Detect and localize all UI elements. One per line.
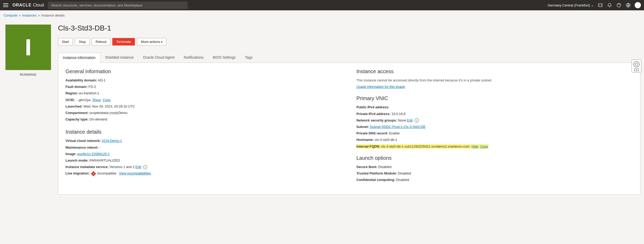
search-input[interactable] [48,2,188,9]
action-row: Start Stop Reboot Terminate More actions [58,38,640,45]
nsg-edit-link[interactable]: Edit [407,118,413,122]
access-note: This instance cannot be accessed directl… [356,78,633,83]
more-actions-button[interactable]: More actions [137,38,166,45]
crumb-current: Instance details [41,13,64,17]
panel-right: Instance access This instance cannot be … [349,67,640,184]
menu-icon[interactable] [3,3,8,7]
row-region: Region: eu-frankfurt-1 [65,91,342,96]
content-column: Cls-3-Std3-DB-1 Start Stop Reboot Termin… [58,19,640,195]
row-secure-boot: Secure Boot: Disabled [356,165,633,169]
row-launched: Launched: Wed, Nov 29, 2023, 20:26:10 UT… [65,104,342,109]
tab-notifications[interactable]: Notifications [179,53,208,63]
status-glyph [26,39,30,55]
section-launch-options: Launch options [356,155,633,161]
usage-info-link[interactable]: Usage information for this image [356,85,405,89]
help-icon[interactable] [616,2,622,8]
info-icon[interactable]: i [415,118,419,123]
tabs: Instance information Shielded instance O… [58,53,640,63]
start-button[interactable]: Start [58,38,73,45]
row-dns-record: Private DNS record: Enable [356,131,633,136]
row-maintenance: Maintenance reboot: - [65,145,342,150]
crumb-sep: » [19,13,20,17]
row-metadata: Instance metadata service: Versions 1 an… [65,165,342,169]
panel-left: General information Availability domain:… [58,67,349,184]
page-title: Cls-3-Std3-DB-1 [58,24,640,32]
row-confidential: Confidential computing: Disabled [356,178,633,182]
announcements-icon[interactable] [607,2,612,8]
image-link[interactable]: esxi8u1c-22088125-1 [77,152,110,156]
search-box [48,2,188,9]
ocid-show-link[interactable]: Show [92,98,101,102]
brand-logo[interactable]: ORACLE Cloud [12,3,44,7]
crumb-compute[interactable]: Compute [4,13,17,17]
row-compartment: Compartment: ocvptestbeta (root)/Demo [65,111,342,115]
row-capacity-type: Capacity type: On-demand [65,117,342,122]
section-general: General information [65,68,342,74]
grid-icon [633,68,640,71]
row-hostname: Hostname: cls-3-std3-db-1 [356,138,633,142]
subnet-link[interactable]: Subnet-SDDC-Prod-1-Cls-3-Std3-DB [370,125,425,129]
section-details: Instance details [65,129,342,135]
status-tile [5,25,51,70]
top-bar: ORACLE Cloud Germany Central (Frankfurt)… [0,0,644,10]
info-panel: General information Availability domain:… [58,63,640,195]
globe-icon[interactable] [625,2,631,8]
topbar-right: Germany Central (Frankfurt) ⌄ [548,2,641,8]
row-internal-fqdn: Internal FQDN: cls-3-std3-db-1.sub112920… [356,144,633,149]
chevron-down-icon: ⌄ [591,3,594,7]
lifebuoy-icon [633,61,640,67]
row-private-ip: Private IPv4 address: 10.0.16.8 [356,112,633,116]
vcn-link[interactable]: VCN-Demo-1 [102,139,122,143]
brand-light: Cloud [33,3,44,7]
row-vcn: Virtual cloud network: VCN-Demo-1 [65,139,342,143]
row-nsg: Network security groups: None Edit i [356,118,633,123]
row-ocid: OCID: ...gkm2ya Show Copy [65,98,342,102]
view-incompatibilities-link[interactable]: View incompatibilities [119,171,151,175]
support-widget[interactable] [632,59,641,73]
row-image: Image: esxi8u1c-22088125-1 [65,152,342,156]
profile-avatar[interactable] [635,2,641,8]
tab-bios-settings[interactable]: BIOS Settings [208,53,240,63]
tab-instance-information[interactable]: Instance information [58,53,100,63]
brand-bold: ORACLE [12,3,32,7]
row-fault-domain: Fault domain: FD-2 [65,85,342,89]
row-public-ip: Public IPv4 address: [356,105,633,110]
region-selector[interactable]: Germany Central (Frankfurt) ⌄ [548,3,594,7]
stop-button[interactable]: Stop [75,38,90,45]
tab-tags[interactable]: Tags [240,53,257,63]
section-primary-vnic: Primary VNIC [356,95,633,101]
fqdn-hide-link[interactable]: Hide [471,144,478,148]
ocid-copy-link[interactable]: Copy [103,98,111,102]
status-label: RUNNING [4,73,53,77]
breadcrumb: Compute » Instances » Instance details [0,10,644,19]
metadata-edit-link[interactable]: Edit [135,165,141,169]
row-availability-domain: Availability domain: AD-1 [65,78,342,83]
incompatible-icon [91,171,96,176]
row-live-migration: Live migration: Incompatible View incomp… [65,171,342,176]
crumb-sep: » [38,13,40,17]
reboot-button[interactable]: Reboot [92,38,110,45]
crumb-instances[interactable]: Instances [22,13,36,17]
section-access: Instance access [356,68,633,74]
dev-tools-icon[interactable] [597,2,603,8]
info-icon[interactable]: i [143,165,147,169]
region-label: Germany Central (Frankfurt) [548,3,590,7]
row-subnet: Subnet: Subnet-SDDC-Prod-1-Cls-3-Std3-DB [356,125,633,129]
row-tpm: Trusted Platform Module: Disabled [356,171,633,176]
tab-shielded-instance[interactable]: Shielded instance [100,53,138,63]
terminate-button[interactable]: Terminate [112,38,135,45]
fqdn-copy-link[interactable]: Copy [480,144,488,148]
status-column: RUNNING [4,19,53,77]
tab-oracle-cloud-agent[interactable]: Oracle Cloud Agent [138,53,179,63]
row-launch-mode: Launch mode: PARAVIRTUALIZED [65,158,342,163]
